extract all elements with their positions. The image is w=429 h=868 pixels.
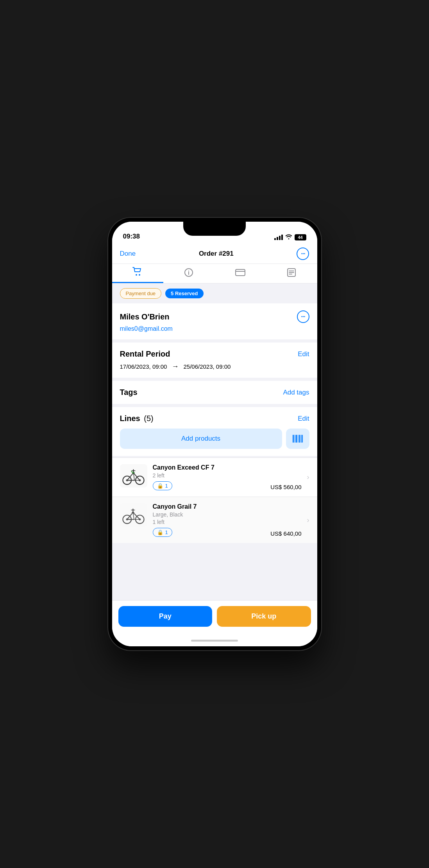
signal-icon [274,235,283,240]
product-price: US$ 560,00 [270,484,301,490]
product-quantity-badge: 🔒 1 [153,528,172,537]
lines-label: Lines (5) [120,414,154,423]
product-image-exceed [120,464,147,488]
product-image-grail [120,503,147,527]
svg-point-1 [139,274,140,276]
customer-section: Miles O'Brien ··· miles0@gmail.com [112,303,317,339]
tab-cart[interactable] [112,264,163,283]
add-products-button[interactable]: Add products [120,429,282,449]
customer-email[interactable]: miles0@gmail.com [120,325,309,332]
home-bar [191,640,238,642]
cart-icon [132,267,143,279]
svg-rect-30 [132,472,134,473]
product-item[interactable]: Canyon Exceed CF 7 2 left 🔒 1 US$ 560,00… [112,457,317,497]
tab-notes[interactable] [266,264,317,283]
customer-more-icon: ··· [301,313,305,320]
pickup-button[interactable]: Pick up [217,606,311,627]
chevron-right-icon: › [307,516,309,524]
lines-edit-button[interactable]: Edit [298,415,309,423]
product-variant: Large, Black [153,511,302,518]
svg-rect-5 [236,269,245,276]
lines-title: Lines [120,414,140,423]
quantity-value: 1 [165,483,168,489]
product-name: Canyon Grail 7 [153,503,302,510]
tags-label: Tags [120,388,138,397]
bottom-actions: Pay Pick up [112,600,317,635]
add-products-row: Add products [120,429,309,449]
svg-rect-13 [296,435,297,443]
payment-due-badge: Payment due [120,288,162,299]
quantity-value: 1 [165,529,168,535]
nav-header: Done Order #291 ··· [112,244,317,264]
battery-icon: 44 [295,234,306,240]
add-tags-button[interactable]: Add tags [283,389,309,396]
svg-rect-11 [293,435,294,443]
barcode-icon [292,434,303,443]
tab-info[interactable] [163,264,214,283]
chevron-right-icon: › [307,473,309,481]
lines-count: (5) [144,414,153,423]
tags-section: Tags Add tags [112,381,317,404]
svg-rect-17 [302,435,303,443]
pay-button[interactable]: Pay [118,606,213,627]
more-button[interactable]: ··· [297,247,309,260]
svg-rect-12 [295,435,295,443]
customer-more-button[interactable]: ··· [297,310,309,323]
main-content: Payment due 5 Reserved Miles O'Brien ···… [112,283,317,600]
svg-line-35 [127,512,133,519]
more-icon: ··· [301,250,305,257]
product-item[interactable]: Canyon Grail 7 Large, Black 1 left 🔒 1 U… [112,497,317,543]
svg-point-0 [136,274,137,276]
product-stock: 1 left [153,519,302,525]
rental-period-label: Rental Period [120,350,170,359]
svg-rect-15 [299,435,300,443]
reserved-badge: 5 Reserved [165,289,203,298]
rental-edit-button[interactable]: Edit [298,350,309,358]
rental-arrow: → [172,362,179,371]
scan-barcode-button[interactable] [286,429,309,449]
wifi-icon [285,234,292,240]
product-price: US$ 640,00 [270,530,301,537]
status-time: 09:38 [123,233,140,240]
tab-bar [112,264,317,283]
page-title: Order #291 [199,250,234,258]
product-stock: 2 left [153,472,302,479]
lines-section: Lines (5) Edit Add products [112,407,317,456]
rental-start-date: 17/06/2023, 09:00 [120,363,167,370]
status-banner: Payment due 5 Reserved [112,283,317,303]
list-icon [287,268,296,279]
svg-rect-14 [298,435,299,443]
status-icons: 44 [274,234,306,240]
product-name: Canyon Exceed CF 7 [153,464,302,471]
svg-rect-16 [301,435,302,443]
product-info: Canyon Grail 7 Large, Black 1 left 🔒 1 U… [153,503,302,537]
home-indicator [112,635,317,646]
info-icon [184,268,193,280]
rental-end-date: 25/06/2023, 09:00 [183,363,231,370]
product-quantity-badge: 🔒 1 [153,481,172,490]
rental-period-section: Rental Period Edit 17/06/2023, 09:00 → 2… [112,343,317,378]
lock-icon: 🔒 [157,483,163,489]
tab-payment[interactable] [214,264,266,283]
done-button[interactable]: Done [120,250,136,258]
customer-name: Miles O'Brien [120,312,170,321]
card-icon [235,269,245,279]
product-info: Canyon Exceed CF 7 2 left 🔒 1 US$ 560,00 [153,464,302,490]
lock-icon: 🔒 [157,529,163,535]
